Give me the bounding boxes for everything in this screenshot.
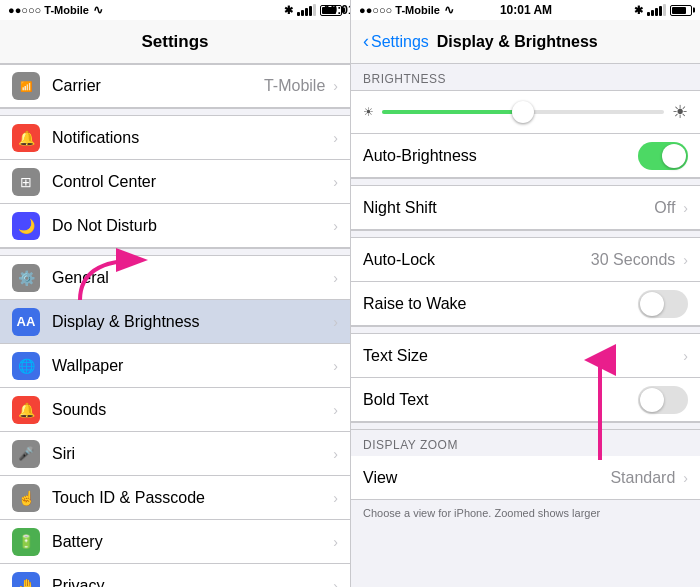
siri-label: Siri bbox=[52, 445, 331, 463]
toggle-thumb-off bbox=[640, 292, 664, 316]
raise-to-wake-row[interactable]: Raise to Wake bbox=[351, 282, 700, 326]
left-status-bar: ●●○○○ T-Mobile ∿ 10:01 AM ✱ bbox=[0, 0, 350, 20]
right-carrier-text: ●●○○○ T-Mobile bbox=[359, 4, 440, 16]
general-icon: ⚙️ bbox=[12, 264, 40, 292]
notifications-icon: 🔔 bbox=[12, 124, 40, 152]
wifi-icon: ∿ bbox=[93, 3, 103, 17]
raise-to-wake-label: Raise to Wake bbox=[363, 295, 638, 313]
left-panel: ●●○○○ T-Mobile ∿ 10:01 AM ✱ bbox=[0, 0, 350, 587]
settings-row-display[interactable]: AA Display & Brightness › bbox=[0, 300, 350, 344]
notifications-label: Notifications bbox=[52, 129, 331, 147]
battery-icon bbox=[320, 5, 342, 16]
right-time: 10:01 AM bbox=[500, 3, 552, 17]
settings-row-privacy[interactable]: 🤚 Privacy › bbox=[0, 564, 350, 587]
chevron-icon: › bbox=[333, 534, 338, 550]
dnd-label: Do Not Disturb bbox=[52, 217, 331, 235]
chevron-icon: › bbox=[333, 78, 338, 94]
bold-text-row[interactable]: Bold Text bbox=[351, 378, 700, 422]
battery-setting-icon: 🔋 bbox=[12, 528, 40, 556]
settings-row-dnd[interactable]: 🌙 Do Not Disturb › bbox=[0, 204, 350, 248]
right-panel: ●●○○○ T-Mobile ∿ 10:01 AM ✱ bbox=[350, 0, 700, 587]
sounds-label: Sounds bbox=[52, 401, 331, 419]
left-nav-header: Settings bbox=[0, 20, 350, 64]
carrier-value: T-Mobile bbox=[264, 77, 325, 95]
right-status-bar: ●●○○○ T-Mobile ∿ 10:01 AM ✱ bbox=[351, 0, 700, 20]
brightness-slider[interactable] bbox=[382, 110, 664, 114]
privacy-label: Privacy bbox=[52, 577, 331, 588]
chevron-icon: › bbox=[333, 446, 338, 462]
display-zoom-section-label: DISPLAY ZOOM bbox=[351, 430, 700, 456]
chevron-icon: › bbox=[333, 314, 338, 330]
chevron-icon: › bbox=[333, 402, 338, 418]
brightness-row[interactable]: ☀ ☀ bbox=[351, 90, 700, 134]
settings-row-sounds[interactable]: 🔔 Sounds › bbox=[0, 388, 350, 432]
right-bluetooth-icon: ✱ bbox=[634, 4, 643, 17]
text-size-row[interactable]: Text Size › bbox=[351, 334, 700, 378]
section-divider-r2 bbox=[351, 230, 700, 238]
settings-row-notifications[interactable]: 🔔 Notifications › bbox=[0, 116, 350, 160]
carrier-text: ●●○○○ T-Mobile bbox=[8, 4, 89, 16]
siri-icon: 🎤 bbox=[12, 440, 40, 468]
view-value: Standard bbox=[610, 469, 675, 487]
carrier-icon: 📶 bbox=[12, 72, 40, 100]
settings-row-battery[interactable]: 🔋 Battery › bbox=[0, 520, 350, 564]
bluetooth-icon: ✱ bbox=[284, 4, 293, 17]
chevron-icon: › bbox=[333, 490, 338, 506]
auto-lock-value: 30 Seconds bbox=[591, 251, 676, 269]
right-settings-list: BRIGHTNESS ☀ ☀ Auto-Brightness bbox=[351, 64, 700, 587]
section-divider-r4 bbox=[351, 422, 700, 430]
view-row[interactable]: View Standard › bbox=[351, 456, 700, 500]
brightness-high-icon: ☀ bbox=[672, 101, 688, 123]
settings-row-siri[interactable]: 🎤 Siri › bbox=[0, 432, 350, 476]
zoom-description: Choose a view for iPhone. Zoomed shows l… bbox=[351, 500, 700, 527]
auto-lock-row[interactable]: Auto-Lock 30 Seconds › bbox=[351, 238, 700, 282]
night-shift-label: Night Shift bbox=[363, 199, 654, 217]
right-page-title: Display & Brightness bbox=[437, 33, 598, 51]
dnd-icon: 🌙 bbox=[12, 212, 40, 240]
back-label: Settings bbox=[371, 33, 429, 51]
signal-icon bbox=[297, 4, 316, 16]
section-divider-r3 bbox=[351, 326, 700, 334]
auto-lock-label: Auto-Lock bbox=[363, 251, 591, 269]
chevron-icon: › bbox=[683, 200, 688, 216]
settings-row-general[interactable]: ⚙️ General › bbox=[0, 256, 350, 300]
touch-id-label: Touch ID & Passcode bbox=[52, 489, 331, 507]
left-carrier: ●●○○○ T-Mobile ∿ bbox=[8, 3, 103, 17]
raise-to-wake-toggle[interactable] bbox=[638, 290, 688, 318]
touch-id-icon: ☝ bbox=[12, 484, 40, 512]
auto-brightness-row[interactable]: Auto-Brightness bbox=[351, 134, 700, 178]
night-shift-value: Off bbox=[654, 199, 675, 217]
auto-brightness-toggle[interactable] bbox=[638, 142, 688, 170]
settings-row-carrier[interactable]: 📶 Carrier T-Mobile › bbox=[0, 64, 350, 108]
chevron-icon: › bbox=[683, 470, 688, 486]
wallpaper-label: Wallpaper bbox=[52, 357, 331, 375]
left-page-title: Settings bbox=[141, 32, 208, 52]
sounds-icon: 🔔 bbox=[12, 396, 40, 424]
right-battery-icon bbox=[670, 5, 692, 16]
battery-label: Battery bbox=[52, 533, 331, 551]
settings-row-wallpaper[interactable]: 🌐 Wallpaper › bbox=[0, 344, 350, 388]
chevron-icon: › bbox=[333, 358, 338, 374]
back-chevron-icon: ‹ bbox=[363, 31, 369, 52]
section-divider-1 bbox=[0, 108, 350, 116]
chevron-icon: › bbox=[683, 348, 688, 364]
settings-row-touch-id[interactable]: ☝ Touch ID & Passcode › bbox=[0, 476, 350, 520]
chevron-icon: › bbox=[683, 252, 688, 268]
back-button[interactable]: ‹ Settings bbox=[363, 31, 429, 52]
bold-text-toggle[interactable] bbox=[638, 386, 688, 414]
display-label: Display & Brightness bbox=[52, 313, 331, 331]
settings-row-control-center[interactable]: ⊞ Control Center › bbox=[0, 160, 350, 204]
general-label: General bbox=[52, 269, 331, 287]
privacy-icon: 🤚 bbox=[12, 572, 40, 588]
left-settings-list: 📶 Carrier T-Mobile › 🔔 Notifications › ⊞ bbox=[0, 64, 350, 587]
night-shift-row[interactable]: Night Shift Off › bbox=[351, 186, 700, 230]
chevron-icon: › bbox=[333, 130, 338, 146]
wallpaper-icon: 🌐 bbox=[12, 352, 40, 380]
auto-brightness-label: Auto-Brightness bbox=[363, 147, 638, 165]
section-divider-2 bbox=[0, 248, 350, 256]
brightness-low-icon: ☀ bbox=[363, 105, 374, 119]
section-divider-r1 bbox=[351, 178, 700, 186]
chevron-icon: › bbox=[333, 578, 338, 588]
bold-text-label: Bold Text bbox=[363, 391, 638, 409]
right-signal-icon bbox=[647, 4, 666, 16]
